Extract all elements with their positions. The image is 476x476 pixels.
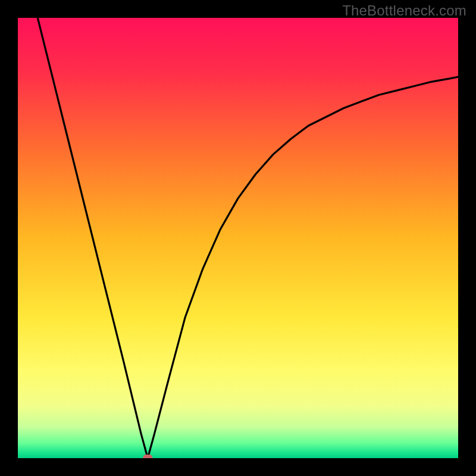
gradient-background <box>18 18 458 458</box>
optimal-point-marker <box>143 455 152 458</box>
plot-area <box>18 18 458 458</box>
chart-frame: TheBottleneck.com <box>0 0 476 476</box>
chart-svg <box>18 18 458 458</box>
watermark-text: TheBottleneck.com <box>342 2 466 19</box>
